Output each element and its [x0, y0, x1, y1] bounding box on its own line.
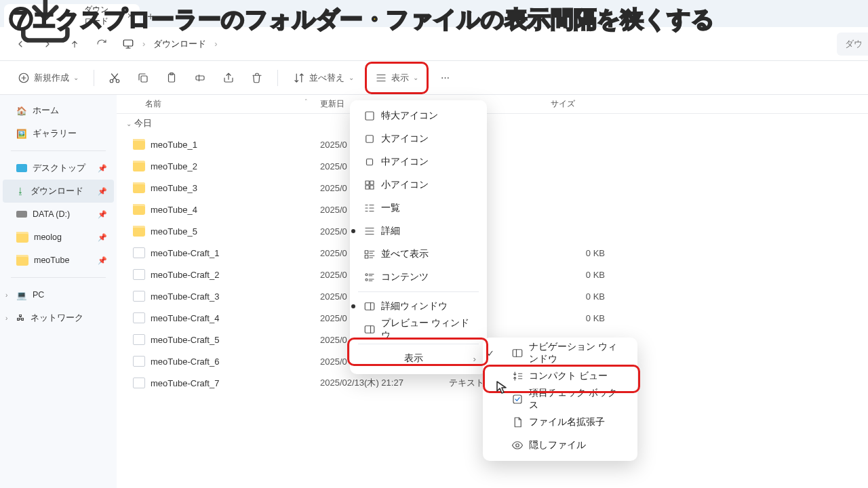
sidebar-item-home[interactable]: 🏠ホーム: [3, 99, 114, 122]
delete-button[interactable]: [245, 66, 269, 89]
submenu-item-hidden[interactable]: 隠しファイル: [499, 434, 633, 457]
col-size[interactable]: サイズ: [551, 98, 612, 110]
submenu-item-checkboxes[interactable]: 項目チェック ボックス: [499, 388, 633, 411]
folder-icon: [133, 161, 145, 171]
folder-icon: [133, 204, 145, 215]
cut-button[interactable]: [102, 66, 127, 89]
list-icon: [363, 202, 376, 214]
table-row[interactable]: meoTube_22025/0: [117, 155, 868, 177]
table-row[interactable]: meoTube-Craft_42025/0ト0 KB: [117, 307, 868, 329]
pin-icon: 📌: [98, 164, 107, 173]
sidebar-item-network[interactable]: ›🖧ネットワーク: [3, 306, 114, 329]
file-name: meoTube-Craft_2: [151, 270, 219, 280]
table-row[interactable]: meoTube-Craft_22025/0ト0 KB: [117, 264, 868, 285]
content-icon: [363, 271, 376, 283]
submenu-item-extensions[interactable]: ファイル名拡張子: [499, 411, 633, 434]
file-name: meoTube_1: [151, 140, 197, 150]
pc-icon: 💻: [16, 290, 27, 300]
file-name: meoTube-Craft_7: [151, 378, 219, 388]
sidebar-item-meolog[interactable]: meolog📌: [3, 226, 114, 249]
view-button[interactable]: 表示 ⌄: [368, 66, 425, 89]
menu-item-medium[interactable]: 中アイコン: [354, 150, 483, 174]
new-button[interactable]: 新規作成 ⌄: [11, 66, 85, 89]
drive-icon: [16, 211, 27, 218]
svg-rect-22: [513, 395, 521, 403]
menu-item-small[interactable]: 小アイコン: [354, 174, 483, 197]
sidebar-label: ダウンロード: [31, 186, 83, 197]
doc-icon: [133, 269, 145, 280]
svg-rect-0: [123, 40, 133, 46]
group-label: 今日: [134, 118, 152, 129]
monitor-icon: [122, 38, 134, 50]
network-icon: 🖧: [16, 313, 25, 323]
plus-circle-icon: [18, 72, 30, 84]
menu-item-large[interactable]: 大アイコン: [354, 127, 483, 150]
more-button[interactable]: ⋯: [433, 66, 457, 89]
menu-item-show[interactable]: 表示›: [354, 347, 483, 370]
svg-rect-14: [370, 186, 374, 189]
sort-button[interactable]: 並べ替え ⌄: [286, 66, 361, 89]
pin-icon: 📌: [98, 210, 107, 219]
table-row[interactable]: meoTube_42025/0: [117, 199, 868, 220]
breadcrumb[interactable]: › ダウンロード ›: [122, 38, 218, 50]
menu-item-details-pane[interactable]: 詳細ウィンドウ: [354, 295, 483, 318]
rename-button[interactable]: [188, 66, 212, 89]
folder-icon: [16, 232, 28, 243]
check-icon: ✓: [487, 348, 494, 359]
submenu-item-compact[interactable]: コンパクト ビュー: [499, 365, 633, 388]
bullet-icon: [351, 229, 355, 233]
svg-rect-16: [365, 256, 368, 259]
svg-rect-10: [367, 159, 373, 165]
sidebar-item-gallery[interactable]: 🖼️ギャラリー: [3, 122, 114, 145]
folder-icon: [133, 139, 145, 150]
sidebar-item-pc[interactable]: ›💻PC: [3, 283, 114, 306]
sidebar-item-desktop[interactable]: デスクトップ📌: [3, 157, 114, 180]
file-size: 0 KB: [551, 248, 612, 258]
new-label: 新規作成: [34, 72, 69, 84]
view-label: 表示: [391, 72, 409, 84]
svg-rect-20: [365, 326, 374, 333]
sidebar-label: ネットワーク: [31, 312, 83, 324]
menu-item-extra-large[interactable]: 特大アイコン: [354, 104, 483, 127]
tiles-icon: [363, 248, 376, 260]
menu-item-details[interactable]: 詳細: [354, 220, 483, 243]
table-row[interactable]: meoTube_52025/0: [117, 220, 868, 242]
breadcrumb-item[interactable]: ダウンロード: [153, 38, 206, 50]
svg-point-23: [516, 444, 519, 447]
sort-label: 並べ替え: [309, 72, 344, 84]
sidebar-item-meotube[interactable]: meoTube📌: [3, 249, 114, 272]
svg-rect-7: [196, 76, 204, 80]
pin-icon: 📌: [98, 187, 107, 196]
table-row[interactable]: meoTube_32025/0: [117, 177, 868, 199]
desktop-icon: [16, 164, 27, 172]
chevron-right-icon: ›: [5, 291, 7, 299]
chevron-down-icon: ⌄: [126, 120, 132, 127]
doc-icon: [133, 312, 145, 323]
search-input[interactable]: ダウ: [837, 33, 868, 56]
table-row[interactable]: meoTube-Craft_32025/0ト0 KB: [117, 285, 868, 307]
share-button[interactable]: [216, 66, 241, 89]
paste-button[interactable]: [159, 66, 184, 89]
col-name[interactable]: 名前˄: [117, 98, 320, 110]
sidebar-item-data[interactable]: DATA (D:)📌: [3, 203, 114, 226]
copy-button[interactable]: [131, 66, 155, 89]
folder-icon: [133, 182, 145, 193]
sidebar-label: meolog: [34, 232, 62, 242]
svg-point-18: [366, 279, 368, 281]
square-icon: [363, 133, 376, 145]
submenu-item-nav-pane[interactable]: ✓ナビゲーション ウィンドウ: [499, 342, 633, 365]
file-name: meoTube-Craft_6: [151, 357, 219, 367]
table-row[interactable]: meoTube-Craft_12025/0ト0 KB: [117, 242, 868, 264]
sidebar-label: ギャラリー: [33, 128, 77, 140]
menu-item-list[interactable]: 一覧: [354, 197, 483, 220]
menu-item-content[interactable]: コンテンツ: [354, 266, 483, 289]
toolbar: 新規作成 ⌄ 並べ替え ⌄ 表示 ⌄ ⋯: [0, 61, 868, 95]
file-name: meoTube_3: [151, 183, 197, 193]
menu-item-preview-pane[interactable]: プレビュー ウィンドウ: [354, 318, 483, 341]
group-header[interactable]: ⌄今日: [117, 114, 868, 134]
file-name: meoTube-Craft_5: [151, 335, 219, 345]
table-row[interactable]: meoTube_12025/0: [117, 134, 868, 155]
svg-rect-19: [365, 303, 374, 310]
menu-item-tiles[interactable]: 並べて表示: [354, 243, 483, 266]
sidebar-item-downloads[interactable]: ⭳ダウンロード📌: [3, 180, 114, 203]
